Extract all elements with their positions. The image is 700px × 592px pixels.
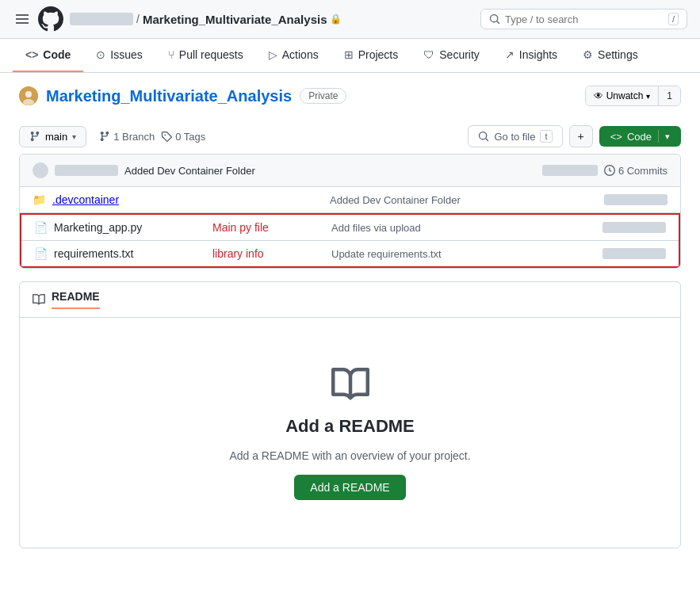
- file-icon-req: 📄: [34, 247, 48, 260]
- repo-title[interactable]: Marketing_Multivariate_Analysis: [46, 87, 292, 105]
- file-time-devcontainer: [604, 194, 667, 205]
- commit-bar: Added Dev Container Folder 6 Commits: [20, 155, 680, 187]
- search-kbd: /: [668, 13, 679, 25]
- search-box[interactable]: /: [480, 9, 687, 29]
- file-row-requirements[interactable]: 📄 requirements.txt library info Update r…: [21, 241, 679, 266]
- hamburger-menu[interactable]: [13, 11, 32, 27]
- subnav-item-security[interactable]: 🛡 Security: [411, 39, 492, 72]
- subnav-item-settings[interactable]: ⚙ Settings: [570, 39, 651, 72]
- repo-header: Marketing_Multivariate_Analysis Private …: [0, 73, 700, 119]
- file-row-marketing-app[interactable]: 📄 Marketing_app.py Main py file Add file…: [21, 215, 679, 241]
- file-annotation-requirements: library info: [212, 247, 331, 260]
- watch-count[interactable]: 1: [658, 86, 680, 105]
- branch-selector[interactable]: main ▾: [19, 126, 86, 147]
- clock-icon: [604, 165, 615, 176]
- subnav-item-pull-requests[interactable]: ⑂ Pull requests: [155, 39, 256, 72]
- search-icon: [489, 13, 500, 25]
- chevron-down-icon: ▾: [646, 92, 650, 101]
- code-chevron-icon: ▾: [665, 132, 670, 142]
- subnav-item-code[interactable]: <> Code: [13, 39, 83, 72]
- readme-header: README: [20, 282, 680, 318]
- file-icon: 📄: [34, 221, 48, 234]
- file-name-devcontainer[interactable]: .devcontainer: [52, 193, 211, 206]
- repo-name[interactable]: Marketing_Multivariate_Analysis: [143, 13, 327, 26]
- file-commit-requirements: Update requirements.txt: [331, 248, 602, 260]
- code-button[interactable]: <> Code ▾: [599, 126, 681, 147]
- code-btn-divider: [658, 130, 659, 143]
- projects-icon: ⊞: [344, 48, 354, 61]
- issues-icon: ⊙: [96, 48, 105, 61]
- readme-description: Add a README with an overview of your pr…: [229, 449, 470, 462]
- go-to-file-button[interactable]: Go to file t: [468, 125, 562, 147]
- add-readme-button[interactable]: Add a README: [294, 475, 405, 500]
- watch-button-group: 👁 Unwatch ▾ 1: [585, 86, 681, 106]
- subnav-item-insights[interactable]: ↗ Insights: [492, 39, 570, 72]
- actions-icon: ▷: [269, 48, 277, 61]
- settings-icon: ⚙: [583, 48, 593, 61]
- readme-section: README Add a README Add a README with an…: [19, 281, 681, 548]
- svg-point-2: [23, 99, 34, 105]
- search-input[interactable]: [505, 13, 664, 25]
- folder-icon: 📁: [33, 193, 46, 206]
- readme-body: Add a README Add a README with an overvi…: [20, 318, 680, 548]
- topbar: / Marketing_Multivariate_Analysis 🔒 /: [0, 0, 700, 39]
- add-file-button[interactable]: +: [569, 125, 593, 147]
- branch-count[interactable]: 1 Branch: [99, 131, 155, 143]
- commits-link[interactable]: 6 Commits: [604, 165, 667, 177]
- book-icon: [33, 293, 45, 306]
- readme-heading: Add a README: [285, 416, 415, 437]
- subnav-item-projects[interactable]: ⊞ Projects: [331, 39, 411, 72]
- owner-placeholder: [70, 13, 133, 25]
- file-time-marketing-app: [602, 222, 666, 233]
- branch-info: 1 Branch 0 Tags: [99, 131, 205, 143]
- branch-count-icon: [99, 131, 110, 142]
- breadcrumb: / Marketing_Multivariate_Analysis 🔒: [70, 13, 342, 26]
- tag-icon: [161, 131, 172, 142]
- toolbar: main ▾ 1 Branch 0 Tags Go to file t + <>…: [0, 119, 700, 154]
- file-name-requirements[interactable]: requirements.txt: [54, 247, 212, 260]
- file-time-requirements: [602, 248, 666, 259]
- subnav-item-actions[interactable]: ▷ Actions: [256, 39, 331, 72]
- github-logo[interactable]: [38, 6, 63, 32]
- security-icon: 🛡: [423, 48, 434, 61]
- file-name-marketing-app[interactable]: Marketing_app.py: [54, 221, 212, 234]
- avatar: [19, 86, 38, 105]
- kbd-t: t: [540, 130, 552, 143]
- code-icon: <>: [25, 48, 38, 61]
- chevron-down-icon: ▾: [72, 132, 76, 141]
- file-table: Added Dev Container Folder 6 Commits 📁 .…: [19, 154, 681, 269]
- watch-button[interactable]: 👁 Unwatch ▾: [586, 86, 659, 105]
- lock-icon: 🔒: [330, 13, 342, 25]
- readme-tab[interactable]: README: [52, 290, 100, 309]
- branch-icon: [29, 131, 40, 142]
- highlighted-files-box: 📄 Marketing_app.py Main py file Add file…: [20, 213, 680, 268]
- commit-user: [55, 165, 118, 176]
- tag-count[interactable]: 0 Tags: [161, 131, 205, 143]
- commit-avatar: [33, 162, 48, 178]
- file-commit-marketing-app: Add files via upload: [331, 222, 602, 234]
- pull-request-icon: ⑂: [168, 48, 174, 61]
- file-annotation-marketing-app: Main py file: [212, 221, 331, 234]
- readme-book-icon: [331, 365, 369, 403]
- topbar-left: / Marketing_Multivariate_Analysis 🔒: [13, 6, 471, 32]
- commit-hash: [542, 165, 598, 176]
- subnav: <> Code ⊙ Issues ⑂ Pull requests ▷ Actio…: [0, 39, 700, 73]
- svg-point-1: [25, 91, 32, 97]
- search-small-icon: [478, 131, 489, 142]
- file-commit-devcontainer: Added Dev Container Folder: [330, 194, 604, 206]
- repo-title-area: Marketing_Multivariate_Analysis Private: [19, 86, 346, 105]
- insights-icon: ↗: [505, 48, 514, 61]
- subnav-item-issues[interactable]: ⊙ Issues: [83, 39, 155, 72]
- file-row-devcontainer[interactable]: 📁 .devcontainer Added Dev Container Fold…: [20, 187, 680, 213]
- code-brackets-icon: <>: [610, 131, 622, 143]
- eye-icon: 👁: [594, 90, 603, 101]
- visibility-badge: Private: [300, 88, 346, 104]
- commit-message[interactable]: Added Dev Container Folder: [124, 165, 536, 177]
